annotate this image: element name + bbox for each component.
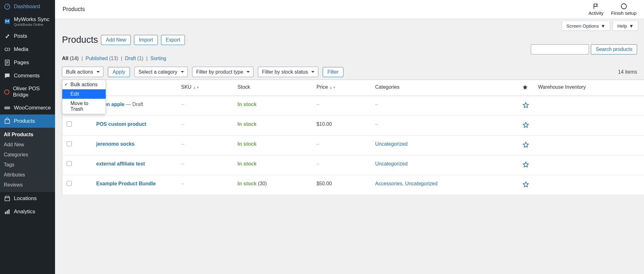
table-row: green apple — Draft–In stock–– xyxy=(62,96,644,116)
featured-toggle[interactable] xyxy=(518,175,534,195)
product-categories[interactable]: Uncategorized xyxy=(371,155,518,175)
svg-point-2 xyxy=(5,48,8,51)
sidebar-submenu: All Products Add New Categories Tags Att… xyxy=(0,128,55,192)
status-sorting[interactable]: Sorting xyxy=(150,56,166,61)
product-stock: In stock xyxy=(233,96,312,116)
product-sku: – xyxy=(177,155,233,175)
submenu-reviews[interactable]: Reviews xyxy=(0,180,55,190)
screen-options-button[interactable]: Screen Options▼ xyxy=(562,21,610,31)
featured-toggle[interactable] xyxy=(518,96,534,116)
export-button[interactable]: Export xyxy=(161,35,185,45)
product-sku: – xyxy=(177,136,233,155)
submenu-add-new[interactable]: Add New xyxy=(0,140,55,150)
svg-rect-5 xyxy=(4,107,10,109)
col-stock[interactable]: Stock xyxy=(233,80,312,96)
col-price[interactable]: Price▲▼ xyxy=(312,80,371,96)
col-featured[interactable] xyxy=(518,80,534,96)
product-name-cell[interactable]: jerenomo socks xyxy=(92,136,177,155)
product-name-cell[interactable]: Example Product Bundle xyxy=(92,175,177,195)
row-checkbox[interactable] xyxy=(67,161,72,166)
product-price: – xyxy=(312,155,371,175)
product-sku: – xyxy=(177,175,233,195)
sidebar-item-posts[interactable]: Posts xyxy=(0,30,55,43)
sidebar-label: Oliver POS Bridge xyxy=(13,86,51,98)
submenu-all-products[interactable]: All Products xyxy=(0,130,55,140)
product-stock: In stock (30) xyxy=(233,175,312,195)
products-icon xyxy=(4,118,11,125)
comment-icon xyxy=(4,72,11,79)
dashboard-icon xyxy=(4,3,11,10)
product-thumb[interactable] xyxy=(76,175,92,195)
sidebar-item-products[interactable]: Products xyxy=(0,115,55,128)
submenu-categories[interactable]: Categories xyxy=(0,150,55,160)
product-categories[interactable]: Uncategorized xyxy=(371,136,518,155)
product-categories: – xyxy=(371,96,518,116)
bulk-option-bulk-actions[interactable]: Bulk actions xyxy=(62,80,106,89)
col-sku[interactable]: SKU▲▼ xyxy=(177,80,233,96)
product-name-cell[interactable]: POS custom product xyxy=(92,116,177,136)
search-products-button[interactable]: Search products xyxy=(591,44,637,54)
product-type-select[interactable]: Filter by product type xyxy=(192,67,253,77)
flag-icon xyxy=(592,3,599,10)
product-name-cell[interactable]: external affiliate test xyxy=(92,155,177,175)
product-categories: – xyxy=(371,116,518,136)
featured-toggle[interactable] xyxy=(518,136,534,155)
row-checkbox[interactable] xyxy=(67,181,72,186)
category-select[interactable]: Select a category xyxy=(134,67,188,77)
sidebar-item-myworks[interactable]: MyWorks Sync QuickBooks Online xyxy=(0,13,55,30)
sidebar-item-comments[interactable]: Comments xyxy=(0,69,55,82)
add-new-button[interactable]: Add New xyxy=(101,35,131,45)
sidebar-item-analytics[interactable]: Analytics xyxy=(0,205,55,218)
woo-header: Products Activity Finish setup xyxy=(55,0,644,19)
sidebar-item-dashboard[interactable]: Dashboard xyxy=(0,0,55,13)
row-checkbox[interactable] xyxy=(67,141,72,146)
sidebar-item-oliverpos[interactable]: Oliver POS Bridge xyxy=(0,82,55,101)
status-draft[interactable]: Draft (1) xyxy=(125,56,143,61)
woocommerce-icon xyxy=(4,104,11,111)
bulk-option-edit[interactable]: Edit xyxy=(62,89,106,99)
sidebar-label: Analytics xyxy=(14,209,35,215)
search-input[interactable] xyxy=(531,44,589,54)
table-nav: Bulk actions Apply Select a category Fil… xyxy=(55,64,644,80)
finish-setup-button[interactable]: Finish setup xyxy=(611,3,636,16)
status-published[interactable]: Published (13) xyxy=(86,56,118,61)
filter-button[interactable]: Filter xyxy=(323,67,343,77)
status-all[interactable]: All (14) xyxy=(62,56,79,61)
col-warehouse[interactable]: Warehouse Inventory xyxy=(534,80,644,96)
sidebar-item-locations[interactable]: Locations xyxy=(0,192,55,205)
product-thumb[interactable] xyxy=(76,155,92,175)
import-button[interactable]: Import xyxy=(134,35,158,45)
pin-icon xyxy=(4,33,11,40)
help-button[interactable]: Help▼ xyxy=(613,21,638,31)
activity-button[interactable]: Activity xyxy=(589,3,604,16)
chevron-down-icon: ▼ xyxy=(629,23,634,29)
submenu-attributes[interactable]: Attributes xyxy=(0,170,55,180)
row-checkbox[interactable] xyxy=(67,121,72,126)
myworks-icon xyxy=(4,18,11,25)
stock-status-select[interactable]: Filter by stock status xyxy=(258,67,318,77)
product-thumb[interactable] xyxy=(76,116,92,136)
table-row: jerenomo socks–In stock–Uncategorized xyxy=(62,136,644,155)
product-stock: In stock xyxy=(233,136,312,155)
sidebar-label: Locations xyxy=(14,195,37,202)
product-price: $10.00 xyxy=(312,116,371,136)
sidebar-sublabel: QuickBooks Online xyxy=(14,23,49,27)
sidebar-item-woocommerce[interactable]: WooCommerce xyxy=(0,101,55,115)
featured-toggle[interactable] xyxy=(518,116,534,136)
product-thumb[interactable] xyxy=(76,136,92,155)
product-categories[interactable]: Accessories, Uncategorized xyxy=(371,175,518,195)
product-warehouse xyxy=(534,175,644,195)
circle-icon xyxy=(620,3,627,10)
page-title: Products xyxy=(62,35,98,45)
product-warehouse xyxy=(534,96,644,116)
sidebar-item-pages[interactable]: Pages xyxy=(0,56,55,69)
table-row: POS custom product–In stock$10.00– xyxy=(62,116,644,136)
apply-button[interactable]: Apply xyxy=(108,67,130,77)
media-icon xyxy=(4,46,11,53)
submenu-tags[interactable]: Tags xyxy=(0,160,55,170)
featured-toggle[interactable] xyxy=(518,155,534,175)
sidebar-item-media[interactable]: Media xyxy=(0,43,55,56)
bulk-option-trash[interactable]: Move to Trash xyxy=(62,99,106,114)
bulk-actions-select[interactable]: Bulk actions xyxy=(62,67,103,77)
col-categories[interactable]: Categories xyxy=(371,80,518,96)
